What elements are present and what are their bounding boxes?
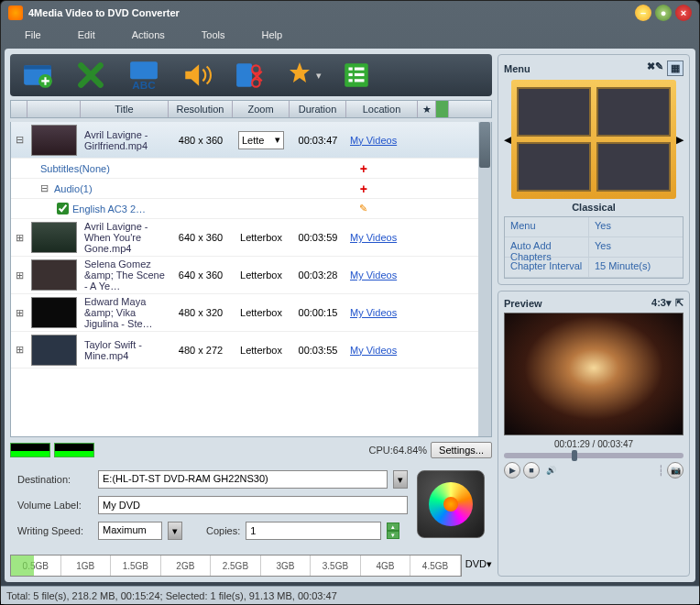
preview-panel: Preview 4:3▾ ⇱ 00:01:29 / 00:03:47 ▶ ■ � (498, 291, 690, 577)
col-resolution[interactable]: Resolution (169, 101, 233, 117)
location-link[interactable]: My Videos (350, 307, 397, 318)
play-button[interactable]: ▶ (504, 462, 520, 478)
volume-slider[interactable] (562, 468, 655, 472)
svg-rect-14 (355, 79, 365, 82)
svg-rect-13 (349, 79, 353, 82)
audio-row[interactable]: ⊟Audio(1)+ (11, 179, 491, 199)
disc-icon (429, 482, 473, 526)
col-location[interactable]: Location (346, 101, 418, 117)
svg-rect-5 (236, 63, 252, 87)
edit-track-button[interactable]: ✎ (359, 203, 367, 214)
copies-down[interactable]: ▾ (387, 531, 399, 539)
disc-size-bar: 0.5GB 1GB 1.5GB 2GB 2.5GB 3GB 3.5GB 4GB … (10, 555, 462, 577)
copies-up[interactable]: ▴ (387, 522, 399, 531)
copies-label: Copies: (206, 525, 240, 536)
thumbnail (31, 259, 77, 291)
volume-input[interactable] (98, 496, 408, 514)
theme-next-button[interactable]: ▶ (676, 134, 684, 146)
svg-rect-9 (349, 68, 353, 71)
menu-edit-icon[interactable]: ✖✎ (647, 60, 663, 76)
file-list: ⊟ Avril Lavigne - Girlfriend.mp4 480 x 3… (10, 122, 492, 437)
location-link[interactable]: My Videos (350, 270, 397, 280)
mute-button[interactable]: 🔊 (542, 462, 559, 478)
close-button[interactable]: × (675, 5, 692, 21)
settings-button[interactable]: Settings... (431, 442, 492, 458)
speed-select[interactable]: Maximum (98, 522, 162, 540)
popout-icon[interactable]: ⇱ (675, 297, 684, 309)
menu-help[interactable]: Help (261, 29, 282, 40)
app-logo-icon (8, 6, 23, 20)
stop-button[interactable]: ■ (523, 462, 540, 478)
thumbnail (31, 335, 77, 366)
speed-dropdown[interactable]: ▾ (168, 522, 182, 540)
menu-file[interactable]: File (25, 29, 41, 40)
svg-rect-12 (355, 73, 365, 76)
seek-slider[interactable] (504, 453, 684, 458)
snapshot-button[interactable]: 📷 (667, 462, 684, 478)
maximize-button[interactable]: ● (655, 5, 672, 21)
track-checkbox[interactable] (57, 203, 69, 214)
aspect-select[interactable]: 4:3▾ (651, 297, 672, 309)
add-audio-button[interactable]: + (360, 182, 367, 196)
app-window: 4Media Video to DVD Converter – ● × File… (0, 0, 700, 605)
theme-prev-button[interactable]: ◀ (504, 134, 511, 146)
status-text: Total: 5 file(s), 218.2 MB, 00:15:24; Se… (6, 590, 337, 601)
cpu-graph-icon (54, 443, 94, 457)
preview-video[interactable] (504, 313, 684, 435)
table-row[interactable]: ⊞ Avril Lavigne - When You're Gone.mp4 6… (11, 219, 491, 257)
table-row[interactable]: ⊞ Selena Gomez &amp; The Scene - A Ye… 6… (11, 257, 491, 294)
chapter-abc-button[interactable]: ABC (126, 59, 162, 92)
table-row[interactable]: ⊞ Taylor Swift - Mine.mp4 480 x 272 Lett… (11, 332, 491, 368)
thumbnail (31, 297, 77, 328)
remove-button[interactable] (72, 59, 109, 92)
zoom-select[interactable]: Lette▾ (238, 131, 284, 149)
theme-name: Classical (504, 202, 684, 213)
disc-type-select[interactable]: DVD▾ (465, 558, 492, 570)
menu-templates-icon[interactable]: ▦ (667, 60, 684, 76)
thumbnail (31, 222, 77, 253)
menu-tools[interactable]: Tools (202, 29, 225, 40)
col-zoom[interactable]: Zoom (233, 101, 290, 117)
audio-track-row[interactable]: English AC3 2…✎ (11, 199, 491, 219)
minimize-button[interactable]: – (635, 5, 651, 21)
location-link[interactable]: My Videos (350, 135, 397, 146)
list-options-button[interactable] (338, 59, 375, 92)
menu-panel-title: Menu (504, 63, 530, 74)
table-row[interactable]: ⊟ Avril Lavigne - Girlfriend.mp4 480 x 3… (11, 122, 491, 159)
svg-rect-3 (130, 61, 158, 79)
menu-properties: MenuYes Auto Add ChaptersYes Chapter Int… (504, 216, 684, 279)
location-link[interactable]: My Videos (350, 345, 397, 356)
size-fill (11, 556, 34, 576)
add-subtitle-button[interactable]: + (360, 161, 367, 176)
expand-toggle[interactable]: ⊞ (11, 342, 27, 358)
theme-tile (596, 87, 671, 137)
svg-text:ABC: ABC (132, 79, 156, 91)
menu-actions[interactable]: Actions (132, 29, 165, 40)
expand-toggle[interactable]: ⊞ (11, 268, 27, 283)
scrollbar-vertical[interactable] (478, 122, 491, 436)
expand-toggle[interactable]: ⊟ (11, 132, 27, 148)
expand-toggle[interactable]: ⊞ (11, 305, 27, 321)
cpu-graph-icon (10, 443, 50, 457)
col-duration[interactable]: Duration (290, 101, 346, 117)
location-link[interactable]: My Videos (350, 232, 397, 243)
preview-title: Preview (504, 298, 542, 309)
audio-button[interactable] (179, 59, 215, 92)
burn-button[interactable] (417, 470, 485, 538)
col-star[interactable]: ★ (418, 101, 436, 117)
menu-edit[interactable]: Edit (78, 29, 95, 40)
clip-cut-button[interactable] (232, 59, 268, 92)
menu-theme-preview[interactable] (511, 80, 676, 199)
svg-rect-10 (355, 68, 365, 71)
subtitles-row[interactable]: Subtitles(None)+ (11, 159, 491, 179)
destination-select[interactable]: E:(HL-DT-ST DVD-RAM GH22NS30) (98, 470, 388, 489)
destination-dropdown[interactable]: ▾ (393, 470, 408, 489)
effects-button[interactable]: ▾ (285, 59, 322, 92)
copies-input[interactable] (246, 522, 381, 540)
expand-toggle[interactable]: ⊞ (11, 230, 27, 246)
table-row[interactable]: ⊞ Edward Maya &amp; Vika Jigulina - Ste…… (11, 294, 491, 332)
status-bar: Total: 5 file(s), 218.2 MB, 00:15:24; Se… (1, 586, 699, 604)
thumbnail (31, 125, 77, 156)
add-video-button[interactable] (19, 59, 56, 92)
col-title[interactable]: Title (81, 101, 169, 117)
